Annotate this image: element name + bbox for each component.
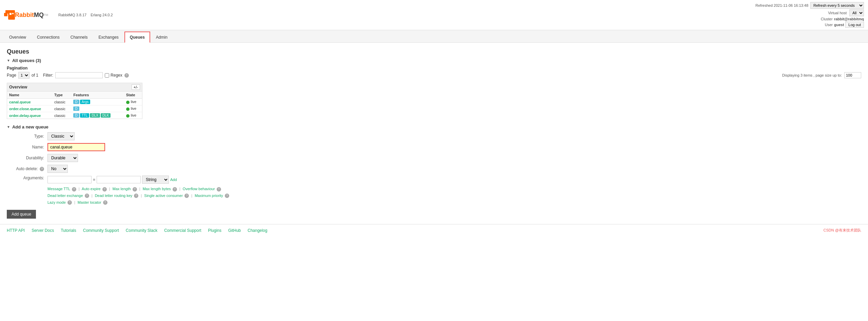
svg-rect-4 [12, 13, 14, 14]
footer-commercial-support[interactable]: Commercial Support [164, 228, 201, 233]
nav-connections[interactable]: Connections [32, 32, 65, 43]
virtual-host-select[interactable]: All [849, 9, 864, 16]
arg-message-ttl-link[interactable]: Message TTL [47, 187, 70, 191]
header: RabbitMQTM RabbitMQ 3.8.17 Erlang 24.0.2… [0, 0, 868, 30]
all-queues-label: All queues (3) [12, 58, 41, 63]
arg-single-active-link[interactable]: Single active consumer [144, 194, 183, 198]
add-queue-section: ▼ Add a new queue Type: Classic Quorum N… [7, 124, 861, 219]
message-ttl-help[interactable]: ? [72, 187, 76, 192]
all-queues-section-header[interactable]: ▼ All queues (3) [7, 58, 861, 63]
queue-name-cell[interactable]: order.close.queue [7, 105, 52, 112]
queue-state-cell: live [124, 112, 142, 119]
nav-channels[interactable]: Channels [65, 32, 93, 43]
cluster-value: rabbit@rabbitmq [834, 17, 864, 21]
queue-type-cell: classic [52, 105, 71, 112]
dead-letter-routing-help[interactable]: ? [134, 194, 138, 198]
nav-admin[interactable]: Admin [151, 32, 173, 43]
virtual-host-label: Virtual host [828, 11, 847, 15]
queue-state-cell: live [124, 99, 142, 105]
add-queue-button[interactable]: Add queue [7, 210, 36, 219]
arg-auto-expire-link[interactable]: Auto expire [82, 187, 101, 191]
col-features: Features [71, 92, 124, 99]
auto-delete-help-icon[interactable]: ? [40, 167, 44, 171]
footer-brand: CSDN @有来技术团队 [824, 228, 861, 233]
footer-community-slack[interactable]: Community Slack [126, 228, 157, 233]
svg-rect-3 [9, 13, 12, 15]
filter-input[interactable] [55, 72, 103, 78]
arg-dead-letter-exchange-link[interactable]: Dead letter exchange [47, 194, 83, 198]
arguments-links: Message TTL ? | Auto expire ? | Max leng… [47, 186, 229, 206]
logo-mq: MQ [34, 12, 44, 19]
arg-max-length-link[interactable]: Max length [113, 187, 131, 191]
arg-dead-letter-routing-link[interactable]: Dead letter routing key [95, 194, 133, 198]
table-section-name: Overview [9, 85, 27, 89]
nav: Overview Connections Channels Exchanges … [0, 30, 868, 43]
max-priority-help[interactable]: ? [225, 194, 229, 198]
type-select[interactable]: Classic Quorum [47, 132, 75, 140]
refresh-select[interactable]: Refresh every 5 seconds Refresh every 10… [810, 2, 864, 9]
queue-type-cell: classic [52, 99, 71, 105]
name-input[interactable] [47, 143, 105, 151]
footer-github[interactable]: GitHub [228, 228, 241, 233]
arg-max-length-bytes-link[interactable]: Max length bytes [143, 187, 171, 191]
regex-text: Regex [111, 73, 122, 78]
lazy-mode-help[interactable]: ? [67, 200, 72, 205]
arg-overflow-link[interactable]: Overflow behaviour [183, 187, 215, 191]
page-select[interactable]: 1 [18, 72, 29, 79]
dead-letter-exchange-help[interactable]: ? [85, 194, 89, 198]
durability-row: Durability: Durable Transient [7, 154, 861, 162]
durability-label: Durability: [7, 156, 47, 160]
auto-delete-select[interactable]: No Yes [47, 165, 68, 173]
type-row: Type: Classic Quorum [7, 132, 861, 140]
regex-checkbox[interactable] [105, 73, 109, 78]
arg-lazy-mode-link[interactable]: Lazy mode [47, 200, 66, 204]
max-length-bytes-help[interactable]: ? [173, 187, 177, 192]
max-length-help[interactable]: ? [133, 187, 137, 192]
col-type: Type [52, 92, 71, 99]
plus-minus-button[interactable]: +/- [132, 84, 140, 90]
page-label: Page [7, 73, 16, 78]
table-row: order.delay.queueclassicDTTLDLXDLKlive [7, 112, 142, 119]
queue-state-cell: live [124, 105, 142, 112]
arg-max-priority-link[interactable]: Maximum priority [195, 194, 223, 198]
add-queue-section-header[interactable]: ▼ Add a new queue [7, 124, 861, 129]
arg-key-input[interactable] [47, 176, 92, 183]
page-of: of 1 [32, 73, 38, 78]
nav-exchanges[interactable]: Exchanges [93, 32, 123, 43]
footer-community-support[interactable]: Community Support [83, 228, 119, 233]
auto-expire-help[interactable]: ? [102, 187, 107, 192]
feature-badge: Args [80, 100, 91, 104]
regex-help-icon[interactable]: ? [124, 73, 129, 78]
footer-http-api[interactable]: HTTP API [7, 228, 25, 233]
rabbitmq-version: RabbitMQ 3.8.17 [58, 13, 86, 17]
master-locator-help[interactable]: ? [103, 200, 107, 205]
col-name: Name [7, 92, 52, 99]
footer-changelog[interactable]: Changelog [248, 228, 267, 233]
single-active-help[interactable]: ? [184, 194, 189, 198]
queue-name-cell[interactable]: order.delay.queue [7, 112, 52, 119]
regex-label: Regex ? [105, 73, 129, 78]
nav-queues[interactable]: Queues [124, 32, 150, 43]
queues-table: Name Type Features State canal.queueclas… [7, 92, 142, 119]
page-size-input[interactable] [844, 72, 861, 78]
logout-button[interactable]: Log out [845, 22, 864, 28]
pagination: Pagination Page 1 of 1 Filter: Regex ? D… [7, 66, 861, 79]
arguments-row: Arguments: = String Number Boolean List … [7, 176, 861, 206]
feature-badge: D [73, 100, 79, 104]
arg-value-input[interactable] [97, 176, 141, 183]
add-arg-link[interactable]: Add [170, 178, 177, 182]
footer-plugins[interactable]: Plugins [208, 228, 221, 233]
add-queue-arrow-icon: ▼ [7, 125, 10, 129]
name-row: Name: [7, 143, 861, 151]
queue-name-cell[interactable]: canal.queue [7, 99, 52, 105]
arg-type-select[interactable]: String Number Boolean List [142, 176, 169, 184]
nav-overview[interactable]: Overview [4, 32, 31, 43]
arg-master-locator-link[interactable]: Master locator [78, 200, 101, 204]
durability-select[interactable]: Durable Transient [47, 154, 78, 162]
queue-features-cell: DTTLDLXDLK [71, 112, 124, 119]
footer-tutorials[interactable]: Tutorials [61, 228, 76, 233]
footer-server-docs[interactable]: Server Docs [32, 228, 54, 233]
overflow-help[interactable]: ? [217, 187, 221, 192]
logo-rabbit: Rabbit [15, 12, 34, 19]
feature-badge: DLX [90, 113, 100, 118]
